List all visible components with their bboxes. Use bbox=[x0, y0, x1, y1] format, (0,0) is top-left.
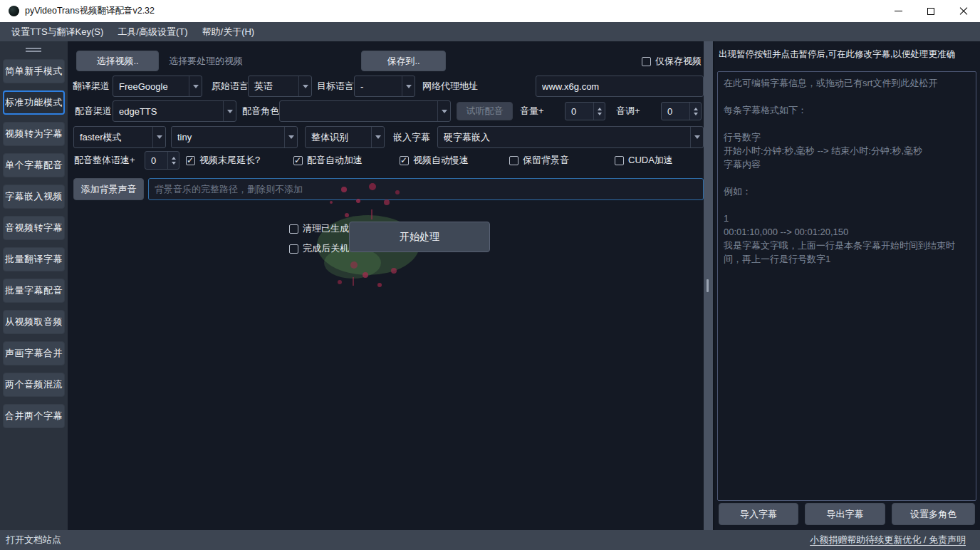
add-bgm-label: 添加背景声音 bbox=[81, 183, 137, 196]
embed-subtitle-select[interactable]: 硬字幕嵌入 bbox=[437, 126, 704, 148]
proxy-input[interactable] bbox=[536, 76, 704, 97]
chevron-down-icon bbox=[402, 76, 415, 96]
select-video-button[interactable]: 选择视频.. bbox=[76, 51, 159, 71]
recognition-select[interactable]: 整体识别 bbox=[305, 126, 385, 148]
maximize-icon bbox=[927, 8, 934, 15]
close-button[interactable] bbox=[947, 0, 980, 22]
sidebar-item-merge-av-srt[interactable]: 声画字幕合并 bbox=[3, 341, 65, 365]
import-subtitle-button[interactable]: 导入字幕 bbox=[719, 503, 798, 525]
shutdown-after-checkbox[interactable]: 完成后关机 bbox=[289, 243, 349, 254]
pitch-label: 音调+ bbox=[616, 100, 640, 122]
volume-spinner[interactable]: 0 bbox=[565, 102, 605, 120]
chevron-down-icon bbox=[189, 76, 202, 96]
vertical-scrollbar[interactable] bbox=[704, 41, 713, 530]
add-bgm-button[interactable]: 添加背景声音 bbox=[73, 178, 144, 200]
sidebar-item-label: 单个字幕配音 bbox=[5, 159, 63, 172]
open-docs-link[interactable]: 打开文档站点 bbox=[6, 534, 61, 546]
video-auto-slow-checkbox[interactable]: 视频自动慢速 bbox=[400, 155, 469, 166]
spinner-arrows-icon[interactable] bbox=[167, 152, 179, 169]
speed-spinner[interactable]: 0 bbox=[145, 151, 179, 170]
menu-tools[interactable]: 工具/高级设置(T) bbox=[112, 24, 193, 41]
main-panel: 选择视频.. 选择要处理的视频 保存到.. 仅保存视频 翻译渠道 FreeGoo… bbox=[68, 41, 704, 530]
translate-channel-select[interactable]: FreeGoogle bbox=[113, 76, 202, 97]
menu-help[interactable]: 帮助/关于(H) bbox=[197, 24, 261, 41]
save-to-button[interactable]: 保存到.. bbox=[361, 51, 446, 71]
spinner-arrows-icon[interactable] bbox=[689, 103, 701, 120]
checkbox-box bbox=[186, 156, 195, 165]
checkbox-box bbox=[289, 224, 298, 234]
source-lang-select[interactable]: 英语 bbox=[248, 76, 312, 97]
sidebar: 简单新手模式 标准功能模式 视频转为字幕 单个字幕配音 字幕嵌入视频 音视频转字… bbox=[0, 41, 68, 530]
keep-bgm-checkbox[interactable]: 保留背景音 bbox=[509, 155, 569, 166]
start-process-button[interactable]: 开始处理 bbox=[349, 222, 490, 252]
cuda-checkbox[interactable]: CUDA加速 bbox=[615, 155, 673, 166]
window-title: pyVideoTrans视频翻译配音v2.32 bbox=[25, 5, 155, 17]
sidebar-item-label: 音视频转字幕 bbox=[5, 222, 63, 234]
sidebar-item-extract-audio[interactable]: 从视频取音频 bbox=[3, 310, 65, 334]
cleanup-generated-checkbox[interactable]: 清理已生成 bbox=[289, 223, 349, 234]
sidebar-item-video-to-srt[interactable]: 视频转为字幕 bbox=[3, 122, 65, 146]
checkbox-box bbox=[293, 156, 303, 165]
tts-channel-label: 配音渠道 bbox=[75, 100, 112, 122]
video-tail-extend-checkbox[interactable]: 视频末尾延长? bbox=[186, 155, 260, 166]
sidebar-item-label: 标准功能模式 bbox=[5, 96, 63, 109]
set-multirole-label: 设置多角色 bbox=[910, 508, 956, 521]
tts-channel-value: edgeTTS bbox=[113, 106, 223, 117]
listen-voice-label: 试听配音 bbox=[466, 105, 504, 118]
export-subtitle-button[interactable]: 导出字幕 bbox=[805, 503, 885, 525]
sidebar-item-batch-dub[interactable]: 批量字幕配音 bbox=[3, 279, 65, 303]
sidebar-item-srt-embed[interactable]: 字幕嵌入视频 bbox=[3, 185, 65, 209]
sidebar-item-single-srt-dub[interactable]: 单个字幕配音 bbox=[3, 153, 65, 177]
speed-label: 配音整体语速+ bbox=[74, 151, 135, 170]
sidebar-item-label: 声画字幕合并 bbox=[5, 347, 63, 360]
status-bar: 打开文档站点 小额捐赠帮助待续更新优化 / 免责声明 bbox=[0, 530, 980, 550]
speed-value: 0 bbox=[145, 152, 167, 169]
model-name-select[interactable]: tiny bbox=[171, 126, 298, 148]
dub-auto-speedup-checkbox[interactable]: 配音自动加速 bbox=[293, 155, 363, 166]
checkbox-box bbox=[642, 57, 651, 66]
donate-disclaimer-link[interactable]: 小额捐赠帮助待续更新优化 / 免责声明 bbox=[810, 534, 966, 546]
minimize-icon bbox=[895, 11, 902, 11]
subtitle-editor[interactable]: 在此可编辑字幕信息，或拖动已有srt文件到此处松开 每条字幕格式如下： 行号数字… bbox=[717, 71, 976, 501]
chevron-down-icon bbox=[284, 127, 297, 147]
set-multirole-button[interactable]: 设置多角色 bbox=[892, 503, 975, 525]
scrollbar-thumb[interactable] bbox=[707, 279, 709, 292]
title-bar: pyVideoTrans视频翻译配音v2.32 bbox=[0, 0, 980, 22]
pitch-value: 0 bbox=[662, 103, 689, 120]
save-to-label: 保存到.. bbox=[387, 55, 419, 68]
pitch-spinner[interactable]: 0 bbox=[661, 102, 702, 120]
maximize-button[interactable] bbox=[914, 0, 947, 22]
menu-bar: 设置TTS与翻译Key(S) 工具/高级设置(T) 帮助/关于(H) bbox=[0, 22, 980, 41]
drag-handle-icon[interactable] bbox=[26, 48, 41, 53]
sidebar-item-merge-two-srt[interactable]: 合并两个字幕 bbox=[3, 404, 65, 428]
chevron-down-icon bbox=[152, 127, 165, 147]
sidebar-item-label: 简单新手模式 bbox=[5, 65, 63, 78]
minimize-button[interactable] bbox=[882, 0, 914, 22]
menu-tts-key[interactable]: 设置TTS与翻译Key(S) bbox=[6, 24, 109, 41]
tts-channel-select[interactable]: edgeTTS bbox=[113, 100, 236, 122]
sidebar-item-standard-mode[interactable]: 标准功能模式 bbox=[3, 90, 65, 115]
only-save-video-checkbox[interactable]: 仅保存视频 bbox=[642, 56, 702, 67]
embed-subtitle-label: 嵌入字幕 bbox=[393, 127, 430, 148]
proxy-label: 网络代理地址 bbox=[422, 76, 478, 97]
target-lang-select[interactable]: - bbox=[354, 76, 415, 97]
checkbox-label: 视频自动慢速 bbox=[413, 154, 469, 167]
chevron-down-icon bbox=[437, 101, 450, 121]
import-subtitle-label: 导入字幕 bbox=[740, 508, 777, 521]
voice-role-label: 配音角色 bbox=[242, 100, 279, 122]
sidebar-item-simple-mode[interactable]: 简单新手模式 bbox=[3, 59, 65, 83]
model-mode-select[interactable]: faster模式 bbox=[73, 126, 166, 148]
sidebar-item-batch-translate[interactable]: 批量翻译字幕 bbox=[3, 247, 65, 271]
sidebar-item-av-to-srt[interactable]: 音视频转字幕 bbox=[3, 216, 65, 240]
translate-channel-label: 翻译渠道 bbox=[73, 76, 110, 97]
app-icon bbox=[9, 6, 19, 16]
voice-role-select[interactable] bbox=[279, 100, 451, 122]
bgm-path-input[interactable] bbox=[148, 178, 704, 200]
spinner-arrows-icon[interactable] bbox=[593, 103, 605, 120]
volume-value: 0 bbox=[565, 103, 593, 120]
listen-voice-button[interactable]: 试听配音 bbox=[457, 102, 513, 120]
sidebar-item-label: 两个音频混流 bbox=[5, 378, 63, 391]
sidebar-item-mix-audio[interactable]: 两个音频混流 bbox=[3, 373, 65, 397]
video-hint-label: 选择要处理的视频 bbox=[169, 51, 243, 72]
recognition-value: 整体识别 bbox=[306, 131, 371, 144]
